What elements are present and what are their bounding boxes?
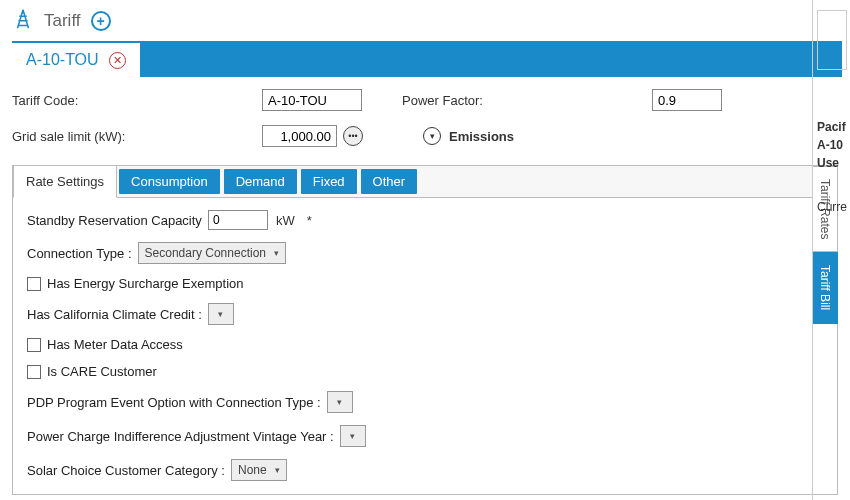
page-title: Tariff bbox=[44, 11, 81, 31]
document-tab-active[interactable]: A-10-TOU ✕ bbox=[12, 41, 140, 77]
chevron-down-icon: ▾ bbox=[218, 309, 223, 319]
meter-access-label: Has Meter Data Access bbox=[47, 337, 183, 352]
emissions-expand-button[interactable]: ▾ bbox=[423, 127, 441, 145]
grid-sale-label: Grid sale limit (kW): bbox=[12, 129, 262, 144]
side-text-tariff: A-10 bbox=[813, 138, 850, 152]
document-tab-bar: A-10-TOU ✕ bbox=[12, 41, 842, 77]
connection-type-select[interactable]: Secondary Connection ▾ bbox=[138, 242, 286, 264]
pcia-year-select[interactable]: ▾ bbox=[340, 425, 366, 447]
power-factor-label: Power Factor: bbox=[402, 93, 652, 108]
grid-sale-input[interactable] bbox=[262, 125, 337, 147]
tariff-code-input[interactable] bbox=[262, 89, 362, 111]
tower-icon bbox=[12, 8, 34, 33]
chevron-down-icon: ▾ bbox=[337, 397, 342, 407]
side-text-use: Use bbox=[813, 156, 850, 170]
pcia-year-label: Power Charge Indifference Adjustment Vin… bbox=[27, 429, 334, 444]
pdp-option-label: PDP Program Event Option with Connection… bbox=[27, 395, 321, 410]
close-tab-button[interactable]: ✕ bbox=[109, 52, 126, 69]
tab-rate-settings[interactable]: Rate Settings bbox=[13, 165, 117, 198]
tab-consumption[interactable]: Consumption bbox=[119, 169, 220, 194]
emissions-label: Emissions bbox=[449, 129, 514, 144]
care-customer-label: Is CARE Customer bbox=[47, 364, 157, 379]
header: Tariff + bbox=[0, 0, 850, 41]
energy-surcharge-checkbox[interactable] bbox=[27, 277, 41, 291]
solar-choice-value: None bbox=[238, 463, 267, 477]
grid-sale-options-button[interactable]: ••• bbox=[343, 126, 363, 146]
solar-choice-label: Solar Choice Customer Category : bbox=[27, 463, 225, 478]
rate-settings-panel: Rate Settings Consumption Demand Fixed O… bbox=[12, 165, 838, 495]
standby-capacity-label: Standby Reservation Capacity bbox=[27, 213, 202, 228]
right-side-panel: Pacif A-10 Use Curre bbox=[812, 0, 850, 500]
side-text-utility: Pacif bbox=[813, 120, 850, 134]
side-text-current: Curre bbox=[813, 200, 850, 214]
tab-fixed[interactable]: Fixed bbox=[301, 169, 357, 194]
settings-body: Standby Reservation Capacity kW * Connec… bbox=[13, 198, 837, 488]
standby-capacity-input[interactable] bbox=[208, 210, 268, 230]
solar-choice-select[interactable]: None ▾ bbox=[231, 459, 287, 481]
meter-access-checkbox[interactable] bbox=[27, 338, 41, 352]
pdp-option-select[interactable]: ▾ bbox=[327, 391, 353, 413]
inner-tab-bar: Rate Settings Consumption Demand Fixed O… bbox=[13, 166, 837, 198]
chevron-down-icon: ▾ bbox=[274, 248, 279, 258]
tariff-form: Tariff Code: Power Factor: Grid sale lim… bbox=[0, 77, 850, 165]
tab-other[interactable]: Other bbox=[361, 169, 418, 194]
connection-type-label: Connection Type : bbox=[27, 246, 132, 261]
energy-surcharge-label: Has Energy Surcharge Exemption bbox=[47, 276, 244, 291]
chevron-down-icon: ▾ bbox=[275, 465, 280, 475]
care-customer-checkbox[interactable] bbox=[27, 365, 41, 379]
side-thumbnail bbox=[817, 10, 847, 70]
power-factor-input[interactable] bbox=[652, 89, 722, 111]
document-tab-label: A-10-TOU bbox=[26, 51, 99, 69]
required-indicator: * bbox=[307, 213, 312, 228]
tab-demand[interactable]: Demand bbox=[224, 169, 297, 194]
standby-unit: kW bbox=[276, 213, 295, 228]
connection-type-value: Secondary Connection bbox=[145, 246, 266, 260]
climate-credit-label: Has California Climate Credit : bbox=[27, 307, 202, 322]
climate-credit-select[interactable]: ▾ bbox=[208, 303, 234, 325]
tariff-code-label: Tariff Code: bbox=[12, 93, 262, 108]
add-tariff-button[interactable]: + bbox=[91, 11, 111, 31]
chevron-down-icon: ▾ bbox=[350, 431, 355, 441]
